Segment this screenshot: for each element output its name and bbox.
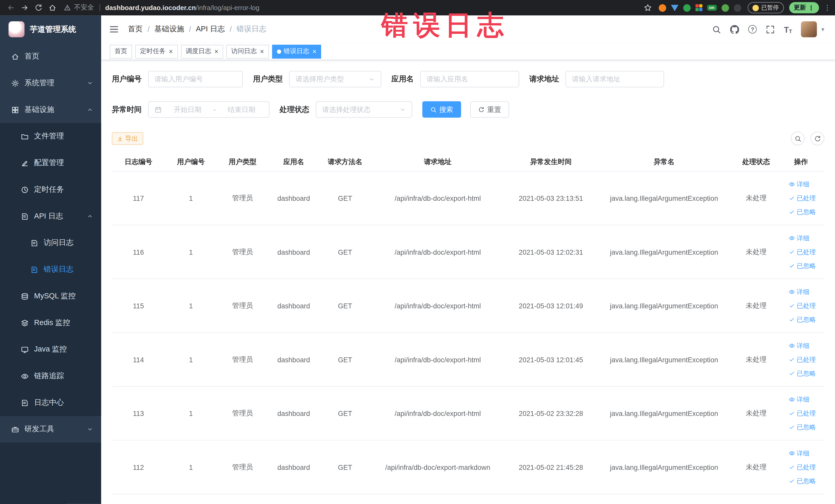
search-button[interactable]: 搜索 [422, 101, 461, 118]
column-header: 异常名 [597, 157, 731, 166]
user-avatar[interactable] [801, 21, 817, 37]
sidebar-item-access-log[interactable]: 访问日志 [0, 229, 101, 256]
cell-user_id: 1 [165, 409, 217, 417]
process-status-select[interactable]: 请选择处理状态 [316, 101, 412, 118]
refresh-table-button[interactable] [811, 132, 824, 145]
sidebar-item-infra[interactable]: 基础设施 [0, 97, 101, 123]
action-processed-link[interactable]: 已处理 [789, 301, 816, 310]
action-label: 已处理 [797, 301, 816, 310]
action-ignored-link[interactable]: 已忽略 [789, 423, 816, 431]
hamburger-icon[interactable] [108, 24, 119, 35]
avatar-caret-icon[interactable]: ▾ [821, 26, 824, 33]
action-processed-link[interactable]: 已处理 [789, 409, 816, 418]
calendar-icon [155, 106, 162, 113]
address-bar[interactable]: 不安全 dashboard.yudao.iocoder.cn/infra/log… [64, 3, 636, 12]
fullscreen-icon[interactable] [766, 25, 775, 34]
browser-refresh-icon[interactable] [32, 1, 45, 14]
action-detail-link[interactable]: 详细 [789, 449, 809, 458]
sidebar-item-home[interactable]: 首页 [0, 43, 101, 70]
tab-close-icon[interactable]: × [169, 48, 173, 55]
sidebar-item-trace[interactable]: 链路追踪 [0, 363, 101, 389]
help-icon[interactable]: ? [748, 25, 757, 34]
action-label: 详细 [797, 234, 810, 243]
sidebar-item-java[interactable]: Java 监控 [0, 336, 101, 363]
action-ignored-link[interactable]: 已忽略 [789, 261, 816, 270]
check-icon [789, 464, 795, 470]
extension-icon-blue[interactable] [671, 5, 678, 11]
reset-button-label: 重置 [487, 105, 501, 114]
sidebar-item-system[interactable]: 系统管理 [0, 70, 101, 97]
tab-首页[interactable]: 首页 [109, 44, 132, 58]
sidebar-item-log-center[interactable]: 日志中心 [0, 389, 101, 416]
bookmark-star-icon[interactable] [641, 1, 654, 14]
action-detail-link[interactable]: 详细 [789, 395, 809, 404]
search-icon [794, 135, 801, 142]
action-processed-link[interactable]: 已处理 [789, 355, 816, 364]
tab-close-icon[interactable]: × [260, 48, 264, 55]
url-domain: dashboard.yudao.iocoder.cn [105, 4, 196, 12]
extension-icon-leaf[interactable] [721, 4, 729, 12]
browser-back-icon[interactable] [4, 1, 17, 14]
extension-icon-on-badge[interactable]: on [707, 5, 716, 11]
reset-button[interactable]: 重置 [470, 101, 509, 118]
action-detail-link[interactable]: 详细 [789, 180, 809, 189]
search-icon[interactable] [712, 25, 721, 34]
table-row: 1171管理员dashboardGET/api/infra/db-doc/exp… [112, 172, 824, 225]
request-url-input[interactable]: 请输入请求地址 [566, 71, 664, 87]
filter-user-id: 用户编号 请输入用户编号 [112, 71, 243, 87]
date-range-picker[interactable]: 开始日期 - 结束日期 [148, 101, 269, 118]
cell-url: /api/infra/db-doc/export-html [371, 409, 504, 417]
export-button[interactable]: 导出 [112, 132, 143, 145]
app-logo[interactable]: 芋道管理系统 [0, 15, 101, 43]
tab-访问日志[interactable]: 访问日志× [226, 44, 269, 58]
extension-icon-green[interactable] [683, 4, 691, 12]
tab-close-icon[interactable]: × [312, 48, 317, 55]
cell-user_type: 管理员 [217, 247, 268, 257]
breadcrumb-item[interactable]: API 日志 [196, 24, 225, 34]
action-ignored-link[interactable]: 已忽略 [789, 315, 816, 324]
sidebar-item-redis[interactable]: Redis 监控 [0, 309, 101, 336]
doc-icon [21, 212, 29, 220]
browser-menu-icon[interactable]: ⋮ [824, 4, 831, 12]
browser-update-button[interactable]: 更新 ⋮ [789, 2, 819, 13]
tab-错误日志[interactable]: 错误日志× [272, 44, 321, 58]
action-processed-link[interactable]: 已处理 [789, 194, 816, 203]
browser-forward-icon[interactable] [18, 1, 31, 14]
sidebar-item-api-log[interactable]: API 日志 [0, 203, 101, 229]
extension-icon-grid[interactable] [695, 4, 702, 11]
tab-调度日志[interactable]: 调度日志× [181, 44, 223, 58]
action-ignored-link[interactable]: 已忽略 [789, 207, 816, 217]
github-icon[interactable] [730, 25, 739, 34]
action-processed-link[interactable]: 已处理 [789, 463, 816, 472]
sidebar-item-file[interactable]: 文件管理 [0, 123, 101, 150]
action-processed-link[interactable]: 已处理 [789, 247, 816, 257]
extension-icon-orange[interactable] [659, 4, 666, 12]
browser-home-icon[interactable] [46, 1, 59, 14]
app-name-input[interactable]: 请输入应用名 [420, 71, 519, 87]
action-ignored-link[interactable]: 已忽略 [789, 477, 816, 485]
user-id-input[interactable]: 请输入用户编号 [148, 71, 243, 87]
action-ignored-link[interactable]: 已忽略 [789, 369, 816, 378]
sidebar-item-error-log[interactable]: 错误日志 [0, 256, 101, 283]
cell-actions: 详细已处理已忽略 [782, 180, 820, 217]
user-type-select[interactable]: 请选择用户类型 [289, 71, 382, 87]
sidebar-item-dev-tools[interactable]: 研发工具 [0, 416, 101, 443]
font-size-icon[interactable]: TT [784, 25, 792, 34]
sidebar-item-mysql[interactable]: MySQL 监控 [0, 283, 101, 310]
paused-badge[interactable]: 已暂停 [748, 2, 784, 13]
breadcrumb-item[interactable]: 基础设施 [154, 24, 184, 34]
sidebar-item-config[interactable]: 配置管理 [0, 150, 101, 176]
tab-close-icon[interactable]: × [214, 48, 219, 55]
breadcrumb-item[interactable]: 首页 [128, 24, 143, 34]
action-detail-link[interactable]: 详细 [789, 341, 809, 350]
action-label: 已处理 [797, 355, 816, 364]
tab-定时任务[interactable]: 定时任务× [135, 44, 178, 58]
filter-row-1: 用户编号 请输入用户编号 用户类型 请选择用户类型 应用名 请输入应用名 请求地… [112, 71, 824, 87]
sidebar-item-job[interactable]: 定时任务 [0, 176, 101, 203]
action-detail-link[interactable]: 详细 [789, 287, 809, 296]
sidebar-item-label: 系统管理 [24, 78, 54, 88]
toggle-search-button[interactable] [791, 132, 805, 145]
extension-icon-paw[interactable] [734, 4, 741, 12]
sidebar-item-label: 定时任务 [34, 185, 64, 194]
action-detail-link[interactable]: 详细 [789, 234, 809, 243]
